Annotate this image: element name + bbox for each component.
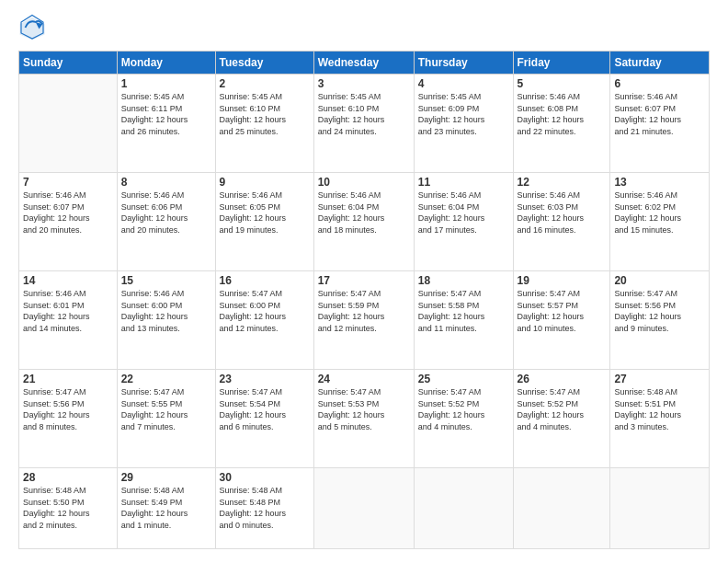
day-number: 1 (121, 77, 211, 90)
day-info: Sunrise: 5:47 AM Sunset: 5:52 PM Dayligh… (418, 386, 509, 432)
calendar-cell: 22Sunrise: 5:47 AM Sunset: 5:55 PM Dayli… (117, 369, 215, 467)
day-info: Sunrise: 5:47 AM Sunset: 5:57 PM Dayligh… (518, 288, 607, 334)
day-info: Sunrise: 5:48 AM Sunset: 5:51 PM Dayligh… (614, 386, 705, 432)
calendar-cell (513, 467, 610, 548)
day-info: Sunrise: 5:48 AM Sunset: 5:49 PM Dayligh… (121, 485, 211, 531)
calendar-cell: 25Sunrise: 5:47 AM Sunset: 5:52 PM Dayli… (414, 369, 513, 467)
calendar-cell (610, 467, 710, 548)
weekday-header-sunday: Sunday (19, 52, 118, 75)
day-number: 24 (318, 373, 410, 385)
calendar-cell: 1Sunrise: 5:45 AM Sunset: 6:11 PM Daylig… (117, 75, 215, 173)
calendar-cell: 5Sunrise: 5:46 AM Sunset: 6:08 PM Daylig… (513, 75, 610, 173)
day-info: Sunrise: 5:45 AM Sunset: 6:11 PM Dayligh… (121, 91, 211, 137)
day-number: 6 (614, 77, 705, 90)
logo-icon (18, 14, 46, 41)
day-number: 2 (220, 77, 310, 90)
day-info: Sunrise: 5:47 AM Sunset: 5:56 PM Dayligh… (614, 288, 705, 334)
day-info: Sunrise: 5:47 AM Sunset: 5:58 PM Dayligh… (418, 288, 509, 334)
day-number: 16 (220, 274, 310, 287)
calendar-cell: 27Sunrise: 5:48 AM Sunset: 5:51 PM Dayli… (610, 369, 710, 467)
day-info: Sunrise: 5:48 AM Sunset: 5:50 PM Dayligh… (23, 485, 113, 531)
calendar-cell: 17Sunrise: 5:47 AM Sunset: 5:59 PM Dayli… (313, 270, 414, 369)
day-number: 4 (418, 77, 509, 90)
day-number: 11 (418, 176, 509, 189)
page: SundayMondayTuesdayWednesdayThursdayFrid… (0, 0, 728, 563)
calendar-cell: 16Sunrise: 5:47 AM Sunset: 6:00 PM Dayli… (215, 270, 313, 369)
day-info: Sunrise: 5:47 AM Sunset: 5:54 PM Dayligh… (220, 386, 310, 432)
calendar-cell: 3Sunrise: 5:45 AM Sunset: 6:10 PM Daylig… (313, 75, 414, 173)
weekday-header-thursday: Thursday (414, 52, 513, 75)
day-info: Sunrise: 5:47 AM Sunset: 5:53 PM Dayligh… (318, 386, 410, 432)
day-number: 19 (518, 274, 607, 287)
day-info: Sunrise: 5:46 AM Sunset: 6:01 PM Dayligh… (23, 288, 113, 334)
day-info: Sunrise: 5:45 AM Sunset: 6:09 PM Dayligh… (418, 91, 509, 137)
day-number: 18 (418, 274, 509, 287)
day-info: Sunrise: 5:47 AM Sunset: 5:52 PM Dayligh… (518, 386, 607, 432)
day-number: 10 (318, 176, 410, 189)
day-info: Sunrise: 5:46 AM Sunset: 6:07 PM Dayligh… (614, 91, 705, 137)
day-info: Sunrise: 5:46 AM Sunset: 6:00 PM Dayligh… (121, 288, 211, 334)
day-number: 15 (121, 274, 211, 287)
calendar-cell (414, 467, 513, 548)
calendar-cell: 10Sunrise: 5:46 AM Sunset: 6:04 PM Dayli… (313, 172, 414, 270)
calendar-cell: 11Sunrise: 5:46 AM Sunset: 6:04 PM Dayli… (414, 172, 513, 270)
calendar-cell: 12Sunrise: 5:46 AM Sunset: 6:03 PM Dayli… (513, 172, 610, 270)
calendar-cell: 9Sunrise: 5:46 AM Sunset: 6:05 PM Daylig… (215, 172, 313, 270)
day-number: 27 (614, 373, 705, 385)
calendar-cell: 7Sunrise: 5:46 AM Sunset: 6:07 PM Daylig… (19, 172, 118, 270)
calendar-cell: 19Sunrise: 5:47 AM Sunset: 5:57 PM Dayli… (513, 270, 610, 369)
day-number: 23 (220, 373, 310, 385)
calendar-cell (313, 467, 414, 548)
weekday-header-wednesday: Wednesday (313, 52, 414, 75)
calendar-cell: 23Sunrise: 5:47 AM Sunset: 5:54 PM Dayli… (215, 369, 313, 467)
day-number: 8 (121, 176, 211, 189)
day-number: 29 (121, 471, 211, 484)
week-row-3: 14Sunrise: 5:46 AM Sunset: 6:01 PM Dayli… (19, 270, 710, 369)
day-info: Sunrise: 5:47 AM Sunset: 5:55 PM Dayligh… (121, 386, 211, 432)
weekday-header-monday: Monday (117, 52, 215, 75)
week-row-4: 21Sunrise: 5:47 AM Sunset: 5:56 PM Dayli… (19, 369, 710, 467)
day-number: 30 (220, 471, 310, 484)
header (18, 14, 710, 41)
day-info: Sunrise: 5:47 AM Sunset: 5:56 PM Dayligh… (23, 386, 113, 432)
logo (18, 14, 50, 41)
day-info: Sunrise: 5:46 AM Sunset: 6:06 PM Dayligh… (121, 190, 211, 236)
day-number: 22 (121, 373, 211, 385)
calendar-cell: 28Sunrise: 5:48 AM Sunset: 5:50 PM Dayli… (19, 467, 118, 548)
calendar-cell: 30Sunrise: 5:48 AM Sunset: 5:48 PM Dayli… (215, 467, 313, 548)
calendar-cell: 15Sunrise: 5:46 AM Sunset: 6:00 PM Dayli… (117, 270, 215, 369)
calendar-cell: 6Sunrise: 5:46 AM Sunset: 6:07 PM Daylig… (610, 75, 710, 173)
day-number: 25 (418, 373, 509, 385)
weekday-header-saturday: Saturday (610, 52, 710, 75)
day-number: 7 (23, 176, 113, 189)
day-number: 26 (518, 373, 607, 385)
day-info: Sunrise: 5:45 AM Sunset: 6:10 PM Dayligh… (318, 91, 410, 137)
calendar-cell: 14Sunrise: 5:46 AM Sunset: 6:01 PM Dayli… (19, 270, 118, 369)
week-row-5: 28Sunrise: 5:48 AM Sunset: 5:50 PM Dayli… (19, 467, 710, 548)
day-info: Sunrise: 5:46 AM Sunset: 6:04 PM Dayligh… (318, 190, 410, 236)
weekday-header-friday: Friday (513, 52, 610, 75)
day-info: Sunrise: 5:47 AM Sunset: 5:59 PM Dayligh… (318, 288, 410, 334)
calendar-cell: 4Sunrise: 5:45 AM Sunset: 6:09 PM Daylig… (414, 75, 513, 173)
calendar-cell: 2Sunrise: 5:45 AM Sunset: 6:10 PM Daylig… (215, 75, 313, 173)
day-number: 5 (518, 77, 607, 90)
day-number: 9 (220, 176, 310, 189)
calendar-cell: 21Sunrise: 5:47 AM Sunset: 5:56 PM Dayli… (19, 369, 118, 467)
week-row-2: 7Sunrise: 5:46 AM Sunset: 6:07 PM Daylig… (19, 172, 710, 270)
day-number: 20 (614, 274, 705, 287)
calendar-cell: 20Sunrise: 5:47 AM Sunset: 5:56 PM Dayli… (610, 270, 710, 369)
weekday-header-tuesday: Tuesday (215, 52, 313, 75)
day-info: Sunrise: 5:46 AM Sunset: 6:03 PM Dayligh… (518, 190, 607, 236)
day-number: 21 (23, 373, 113, 385)
day-info: Sunrise: 5:45 AM Sunset: 6:10 PM Dayligh… (220, 91, 310, 137)
calendar-table: SundayMondayTuesdayWednesdayThursdayFrid… (18, 51, 710, 549)
calendar-cell: 18Sunrise: 5:47 AM Sunset: 5:58 PM Dayli… (414, 270, 513, 369)
day-number: 28 (23, 471, 113, 484)
day-info: Sunrise: 5:46 AM Sunset: 6:02 PM Dayligh… (614, 190, 705, 236)
calendar-cell: 26Sunrise: 5:47 AM Sunset: 5:52 PM Dayli… (513, 369, 610, 467)
day-info: Sunrise: 5:46 AM Sunset: 6:04 PM Dayligh… (418, 190, 509, 236)
day-number: 14 (23, 274, 113, 287)
calendar-cell (19, 75, 118, 173)
day-info: Sunrise: 5:47 AM Sunset: 6:00 PM Dayligh… (220, 288, 310, 334)
day-info: Sunrise: 5:46 AM Sunset: 6:08 PM Dayligh… (518, 91, 607, 137)
